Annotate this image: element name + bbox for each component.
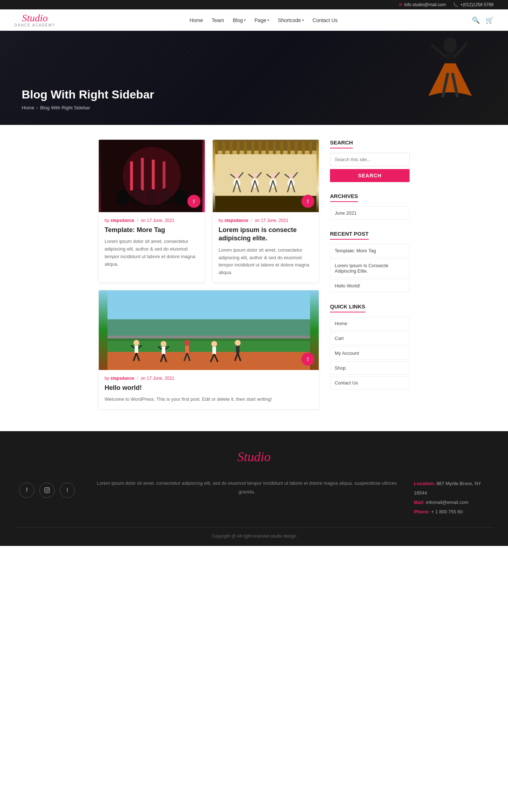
post-1-share-button[interactable]: ⇪ [187, 195, 200, 208]
search-icon-button[interactable]: 🔍 [472, 16, 480, 24]
search-button[interactable]: Search [330, 169, 410, 182]
search-widget-title: SEARCH [330, 139, 353, 148]
svg-line-3 [456, 43, 466, 56]
svg-point-41 [251, 179, 259, 188]
quick-link-contact[interactable]: Contact Us [330, 376, 410, 390]
post-1-body: by stepsdance / on 17 June, 2021 Templat… [99, 212, 205, 274]
quick-link-shop[interactable]: Shop [330, 361, 410, 375]
nav-shortcode-link[interactable]: Shortcode [278, 17, 301, 23]
footer-mail: Mail: infomail@email.com [414, 498, 494, 507]
cart-icon-button[interactable]: 🛒 [486, 16, 494, 24]
svg-rect-24 [251, 142, 254, 156]
top-bar: ✉ info.studio@mail.com 📞 +(012)1258 5789 [0, 0, 508, 9]
post-3-author[interactable]: stepsdance [110, 376, 134, 381]
nav-team[interactable]: Team [212, 17, 224, 23]
footer-phone: Phone: + 1 800 755 60 [414, 507, 494, 517]
footer-content: f t Lorem ipsum dolor sit amet, consecte… [14, 479, 494, 517]
post-2-body: by stepsdance / on 17 June, 2021 Lorem i… [213, 212, 319, 282]
post-3-share-button[interactable]: ⇪ [301, 353, 314, 366]
svg-point-11 [117, 190, 130, 206]
svg-rect-85 [236, 346, 240, 353]
post-3-meta: by stepsdance / on 17 June, 2021 [105, 376, 313, 381]
recent-post-2[interactable]: Hello World! [330, 279, 410, 293]
mail-value: infomail@email.com [426, 500, 468, 505]
post-3-image-wrap: ⇪ [99, 290, 319, 370]
svg-rect-34 [215, 154, 317, 196]
recent-posts-widget-title: RECENT POST [330, 231, 369, 240]
mail-label: Mail: [414, 500, 425, 505]
nav-home[interactable]: Home [190, 17, 203, 23]
quick-links-widget: QUICK LINKS Home Cart My Account Shop Co… [330, 303, 410, 390]
phone-value: + 1 800 755 60 [431, 509, 463, 514]
quick-link-myaccount[interactable]: My Account [330, 346, 410, 360]
header: Studio Dance Academy Home Team Blog ▾ Pa… [0, 9, 508, 31]
location-label: Location: [414, 481, 435, 486]
post-card-3: ⇪ by stepsdance / on 17 June, 2021 Hello… [98, 290, 319, 409]
email-icon: ✉ [399, 2, 402, 7]
post-1-author[interactable]: stepsdance [110, 218, 134, 223]
footer-bottom: Copyright @ All right reserved studio de… [14, 527, 494, 539]
post-2-date: 17 June, 2021 [261, 218, 288, 223]
svg-point-70 [161, 341, 166, 347]
footer-location: Location: 887 Myrtle.Bronx, NY 16544 [414, 479, 494, 498]
recent-post-0[interactable]: Template: More Tag [330, 244, 410, 257]
svg-line-2 [432, 45, 445, 56]
post-1-date: 17 June, 2021 [147, 218, 174, 223]
nav-contact[interactable]: Contact Us [313, 17, 338, 23]
nav-page[interactable]: Page ▾ [254, 17, 269, 23]
post-2-author[interactable]: stepsdance [224, 218, 248, 223]
twitter-link[interactable]: t [60, 483, 75, 498]
svg-point-16 [123, 147, 181, 205]
svg-rect-21 [230, 142, 233, 156]
post-2-excerpt: Lorem ipsum dolor sit amet, consectetur … [219, 247, 313, 277]
footer-description: Lorem ipsum dolor sit amet, consectetur … [94, 479, 399, 496]
copyright-text: Copyright @ All right reserved studio de… [212, 534, 296, 539]
facebook-link[interactable]: f [19, 483, 34, 498]
svg-point-80 [211, 341, 217, 347]
instagram-link[interactable] [39, 483, 55, 498]
post-2-share-button[interactable]: ⇪ [301, 195, 314, 208]
svg-rect-22 [237, 142, 240, 156]
nav-blog[interactable]: Blog ▾ [233, 17, 246, 23]
recent-posts-widget: RECENT POST Template: More Tag Lorem Ips… [330, 231, 410, 293]
nav-page-link[interactable]: Page [254, 17, 266, 23]
quick-links-widget-title: QUICK LINKS [330, 303, 365, 312]
nav-shortcode[interactable]: Shortcode ▾ [278, 17, 304, 23]
post-3-image [99, 290, 319, 370]
svg-rect-63 [107, 336, 310, 338]
quick-link-cart[interactable]: Cart [330, 332, 410, 345]
archive-item-june2021[interactable]: June 2021 [330, 206, 410, 220]
sidebar: SEARCH Search ARCHIVES June 2021 RECENT … [330, 139, 410, 417]
post-3-body: by stepsdance / on 17 June, 2021 Hello w… [99, 370, 319, 409]
svg-rect-23 [244, 142, 247, 156]
archives-widget-title: ARCHIVES [330, 193, 358, 202]
email-value: info.studio@mail.com [404, 2, 446, 7]
nav-shortcode-arrow: ▾ [302, 18, 304, 22]
breadcrumb-home[interactable]: Home [22, 105, 34, 110]
quick-link-home[interactable]: Home [330, 317, 410, 330]
svg-rect-33 [215, 194, 317, 212]
post-card-1: ⇪ by stepsdance / on 17 June, 2021 Templ… [98, 139, 205, 283]
svg-point-53 [288, 179, 295, 188]
post-1-excerpt: Lorem ipsum dolor sit amet, consectetur … [105, 238, 199, 268]
post-card-2: ⇪ by stepsdance / on 17 June, 2021 Lorem… [212, 139, 319, 283]
logo[interactable]: Studio Dance Academy [14, 13, 55, 27]
logo-text: Studio [22, 13, 48, 23]
svg-rect-61 [107, 352, 310, 370]
post-3-date: 17 June, 2021 [147, 376, 174, 381]
svg-rect-71 [162, 347, 165, 354]
nav-blog-arrow: ▾ [244, 18, 246, 22]
search-input[interactable] [330, 153, 410, 166]
nav-blog-link[interactable]: Blog [233, 17, 243, 23]
svg-rect-25 [259, 142, 262, 156]
svg-rect-81 [212, 347, 216, 354]
hero-section: Blog With Right Sidebar Home › Blog With… [0, 31, 508, 125]
svg-rect-65 [135, 346, 138, 353]
svg-rect-28 [280, 142, 283, 156]
email-contact: ✉ info.studio@mail.com [399, 2, 446, 7]
archives-widget: ARCHIVES June 2021 [330, 193, 410, 220]
social-row: f t [19, 483, 75, 498]
recent-post-1[interactable]: Lorem Ipsum Is Consecte Adipiscing Elite… [330, 259, 410, 278]
svg-rect-19 [215, 142, 218, 156]
svg-rect-77 [185, 346, 189, 353]
